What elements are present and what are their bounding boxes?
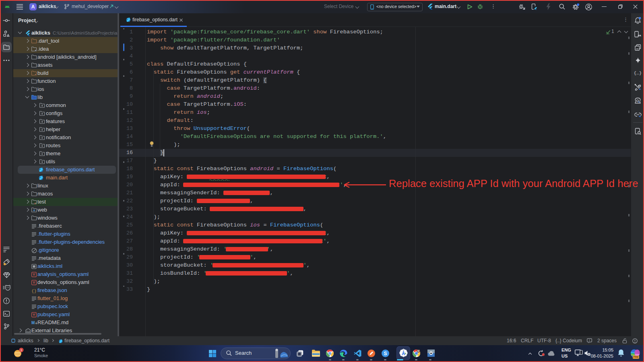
svg-text:M: M: [31, 321, 35, 325]
svg-text:M: M: [417, 350, 419, 352]
svg-text:S: S: [384, 351, 387, 356]
svg-text:{}: {}: [31, 288, 37, 293]
svg-text:1: 1: [21, 348, 23, 352]
svg-text:PRE: PRE: [634, 356, 639, 358]
